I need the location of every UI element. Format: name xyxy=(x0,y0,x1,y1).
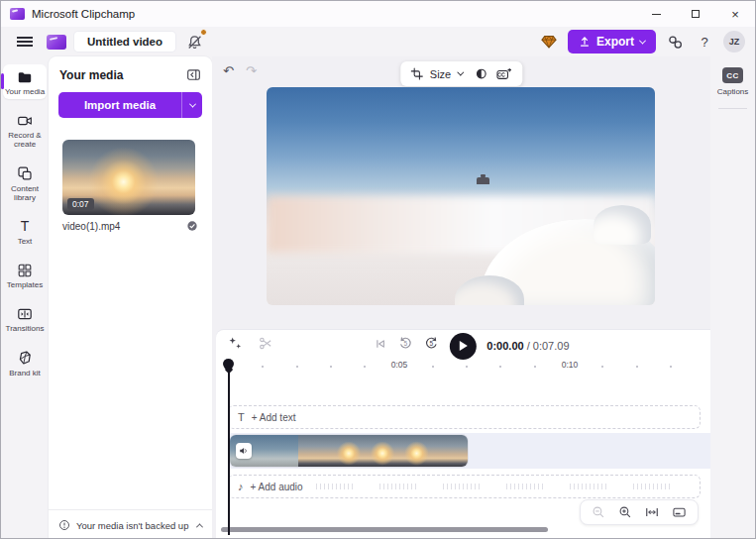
premium-button[interactable] xyxy=(538,31,560,53)
help-icon: ? xyxy=(701,35,707,50)
fit-to-width-icon[interactable] xyxy=(645,505,659,519)
minimize-button[interactable] xyxy=(636,1,676,27)
timeline-view-icon[interactable] xyxy=(672,505,687,519)
media-clip-thumbnail[interactable]: 0:07 xyxy=(62,140,195,215)
clip-duration-badge: 0:07 xyxy=(67,198,94,210)
clip-frame xyxy=(264,435,297,467)
sidebar-item-templates[interactable]: Templates xyxy=(3,258,47,292)
import-media-label[interactable]: Import media xyxy=(58,92,182,118)
music-note-icon: ♪ xyxy=(238,481,244,492)
sidebar-item-your-media[interactable]: Your media xyxy=(3,64,47,99)
clip-frame xyxy=(434,435,468,467)
avatar[interactable]: JZ xyxy=(723,31,745,53)
export-button[interactable]: Export xyxy=(568,30,656,54)
titlebar: Microsoft Clipchamp × xyxy=(1,1,755,27)
mountain-structure xyxy=(477,177,489,184)
video-track xyxy=(228,433,710,469)
brand-kit-icon xyxy=(17,350,33,367)
play-icon xyxy=(460,341,468,351)
clip-frame xyxy=(332,435,366,467)
timeline-video-clip[interactable] xyxy=(230,435,468,467)
chevron-down-icon[interactable] xyxy=(457,69,464,76)
timeline-horizontal-scrollbar[interactable] xyxy=(221,527,548,532)
zoom-out-icon[interactable] xyxy=(592,505,605,519)
ruler-ticks xyxy=(230,366,685,368)
maximize-icon xyxy=(692,10,700,18)
playhead-line xyxy=(228,369,230,535)
backup-notice[interactable]: Your media isn't backed up xyxy=(49,509,212,539)
sidebar-item-content-library[interactable]: Content library xyxy=(3,162,47,205)
forward-5-icon[interactable]: 5 xyxy=(423,336,438,351)
notifications-off-button[interactable] xyxy=(183,31,205,53)
sidebar-item-label: Content library xyxy=(4,184,46,202)
premium-gem-icon xyxy=(540,33,558,51)
redo-button[interactable]: ↷ xyxy=(246,63,257,78)
import-media-button[interactable]: Import media xyxy=(58,92,202,118)
window-title: Microsoft Clipchamp xyxy=(32,8,135,20)
tab-captions[interactable]: CC Captions xyxy=(717,67,749,96)
clipchamp-app-icon xyxy=(10,8,25,20)
project-name-input[interactable]: Untitled video xyxy=(74,32,175,52)
export-label: Export xyxy=(596,35,634,49)
add-audio-track[interactable]: ♪ + Add audio xyxy=(228,475,701,498)
captions-add-icon[interactable]: T xyxy=(495,67,512,81)
close-icon: × xyxy=(731,8,739,21)
editor-area: ↶ ↷ Size T xyxy=(212,56,710,539)
close-button[interactable]: × xyxy=(715,1,755,27)
playhead[interactable] xyxy=(223,359,235,535)
sidebar-item-brand-kit[interactable]: Brand kit xyxy=(3,346,47,380)
clip-audio-button[interactable] xyxy=(236,443,252,459)
color-filter-icon[interactable] xyxy=(474,66,488,81)
magic-tools-icon[interactable] xyxy=(228,336,243,351)
captions-label: Captions xyxy=(717,87,749,96)
sidebar-item-transitions[interactable]: Transitions xyxy=(3,301,47,336)
chevron-up-icon[interactable] xyxy=(196,523,203,530)
text-icon: T xyxy=(238,411,245,423)
clip-frame xyxy=(298,435,332,467)
sidebar-item-text[interactable]: T Text xyxy=(3,214,47,249)
video-preview[interactable] xyxy=(267,87,655,305)
sidebar-item-label: Text xyxy=(18,237,33,246)
add-text-track[interactable]: T + Add text xyxy=(228,405,701,429)
sidebar-item-label: Transitions xyxy=(6,324,45,333)
import-media-dropdown[interactable] xyxy=(182,92,202,118)
clip-filename: video(1).mp4 xyxy=(62,221,186,232)
bell-off-icon xyxy=(186,34,203,51)
help-button[interactable]: ? xyxy=(694,31,715,53)
maximize-button[interactable] xyxy=(676,1,715,27)
scissors-icon[interactable] xyxy=(259,336,273,351)
top-toolbar: Untitled video Export xyxy=(1,27,755,56)
upload-icon xyxy=(579,36,591,48)
play-button[interactable] xyxy=(449,333,476,360)
hamburger-menu-icon[interactable] xyxy=(17,37,33,47)
notification-badge xyxy=(200,29,207,36)
timeline-ruler[interactable]: 0:05 0:10 xyxy=(216,357,710,377)
sidebar-item-label: Your media xyxy=(5,87,45,96)
svg-text:5: 5 xyxy=(429,340,433,347)
size-dropdown[interactable]: Size xyxy=(430,68,451,80)
media-panel-title: Your media xyxy=(59,68,186,82)
synced-check-icon xyxy=(186,220,198,232)
collapse-panel-button[interactable] xyxy=(186,67,201,82)
add-audio-label: + Add audio xyxy=(251,482,303,492)
svg-text:5: 5 xyxy=(403,340,407,347)
chevron-down-icon xyxy=(639,37,646,44)
connections-button[interactable] xyxy=(664,31,686,53)
templates-icon xyxy=(17,262,33,278)
collapse-panel-icon xyxy=(186,67,201,82)
sidebar-item-record-create[interactable]: Record & create xyxy=(3,108,47,152)
content-library-icon xyxy=(17,165,33,182)
skip-to-start-icon[interactable] xyxy=(373,337,386,351)
clipchamp-logo[interactable] xyxy=(47,35,66,50)
undo-button[interactable]: ↶ xyxy=(223,63,234,78)
info-icon xyxy=(58,519,70,531)
timeline-zoom-controls xyxy=(580,499,699,525)
zoom-in-icon[interactable] xyxy=(618,505,632,519)
timeline-controls: 5 5 0:00.00 / 0:07.09 xyxy=(216,330,710,357)
rewind-5-icon[interactable]: 5 xyxy=(397,336,412,351)
ruler-label: 0:10 xyxy=(559,360,582,370)
speaker-icon xyxy=(239,446,249,456)
total-time: 0:07.09 xyxy=(533,340,570,352)
divider xyxy=(718,108,747,109)
ruler-label: 0:05 xyxy=(388,360,411,370)
